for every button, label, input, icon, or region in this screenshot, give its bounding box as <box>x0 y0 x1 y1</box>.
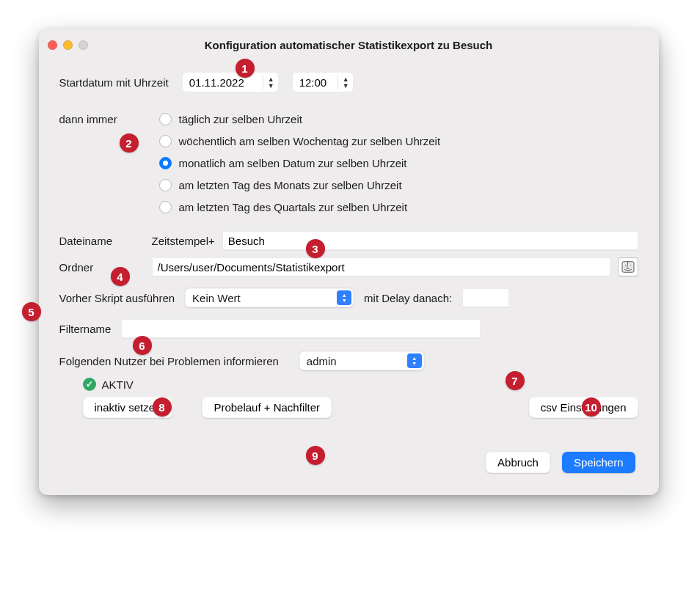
browse-folder-button[interactable] <box>618 257 638 276</box>
start-date-label: Startdatum mit Uhrzeit <box>59 76 169 89</box>
filename-prefix: Zeitstempel+ <box>152 235 215 247</box>
script-select-value: Kein Wert <box>192 292 241 304</box>
repeat-radio-weekly[interactable] <box>159 135 172 147</box>
minimize-icon[interactable] <box>63 40 73 50</box>
annotation-badge: 7 <box>506 371 525 390</box>
annotation-badge: 10 <box>582 397 601 417</box>
script-before-label: Vorher Skript ausführen <box>59 292 175 304</box>
check-circle-icon: ✓ <box>83 378 96 391</box>
svg-point-2 <box>630 265 630 265</box>
repeat-radio-group: täglich zur selben Uhrzeit wöchentlich a… <box>159 108 638 218</box>
svg-point-1 <box>624 265 625 265</box>
start-time-stepper[interactable]: ▲▼ <box>292 72 354 92</box>
save-button[interactable]: Speichern <box>562 452 635 473</box>
chevron-up-down-icon: ▲▼ <box>337 290 351 305</box>
stepper-arrows-icon[interactable]: ▲▼ <box>263 76 279 89</box>
cancel-button[interactable]: Abbruch <box>486 452 550 473</box>
window-traffic-lights <box>48 40 88 50</box>
script-select[interactable]: Kein Wert ▲▼ <box>185 288 354 307</box>
repeat-option-label: monatlich am selben Datum zur selben Uhr… <box>179 157 407 169</box>
chevron-up-down-icon: ▲▼ <box>407 353 422 368</box>
repeat-radio-daily[interactable] <box>159 113 172 125</box>
annotation-badge: 6 <box>133 336 152 355</box>
filtername-label: Filtername <box>59 323 112 335</box>
filtername-input[interactable] <box>121 319 481 338</box>
annotation-badge: 5 <box>22 302 41 321</box>
repeat-radio-last-day-month[interactable] <box>159 179 172 191</box>
annotation-badge: 4 <box>111 267 130 286</box>
start-date-input[interactable] <box>182 76 263 89</box>
notify-user-select[interactable]: admin ▲▼ <box>299 351 424 370</box>
repeat-option-label: am letzten Tag des Monats zur selben Uhr… <box>179 179 402 191</box>
status-text: AKTIV <box>102 378 134 391</box>
start-time-input[interactable] <box>292 76 337 89</box>
folder-input[interactable] <box>152 257 610 276</box>
stepper-arrows-icon[interactable]: ▲▼ <box>337 76 354 89</box>
finder-icon <box>621 261 635 273</box>
repeat-option-label: täglich zur selben Uhrzeit <box>179 113 302 125</box>
status-active: ✓ AKTIV <box>83 378 134 391</box>
repeat-label: dann immer <box>59 113 152 125</box>
repeat-option-label: am letzten Tag des Quartals zur selben U… <box>179 201 408 213</box>
dialog-content: 1 2 3 4 5 6 7 8 9 10 Startdatum mit Uhrz… <box>39 60 659 485</box>
annotation-badge: 8 <box>153 397 172 417</box>
filename-input[interactable] <box>222 231 638 250</box>
repeat-radio-monthly[interactable] <box>159 157 172 169</box>
repeat-option-label: wöchentlich am selben Wochentag zur selb… <box>179 135 441 147</box>
annotation-badge: 9 <box>306 446 325 465</box>
start-date-stepper[interactable]: ▲▼ <box>182 72 279 92</box>
repeat-radio-last-day-quarter[interactable] <box>159 201 172 213</box>
notify-user-value: admin <box>307 355 337 367</box>
test-run-button[interactable]: Probelauf + Nachfilter <box>202 397 332 418</box>
annotation-badge: 1 <box>236 59 255 78</box>
delay-label: mit Delay danach: <box>364 292 452 304</box>
dialog-window: Konfiguration automatischer Statistikexp… <box>39 29 659 495</box>
notify-label: Folgenden Nutzer bei Problemen informier… <box>59 355 279 367</box>
folder-label: Ordner <box>59 261 147 274</box>
window-title: Konfiguration automatischer Statistikexp… <box>39 39 659 51</box>
filename-label: Dateiname <box>59 235 147 247</box>
annotation-badge: 2 <box>120 133 139 153</box>
annotation-badge: 3 <box>306 239 325 258</box>
titlebar: Konfiguration automatischer Statistikexp… <box>39 29 659 60</box>
close-icon[interactable] <box>48 40 57 50</box>
zoom-icon <box>79 40 88 50</box>
delay-input[interactable] <box>462 288 509 307</box>
